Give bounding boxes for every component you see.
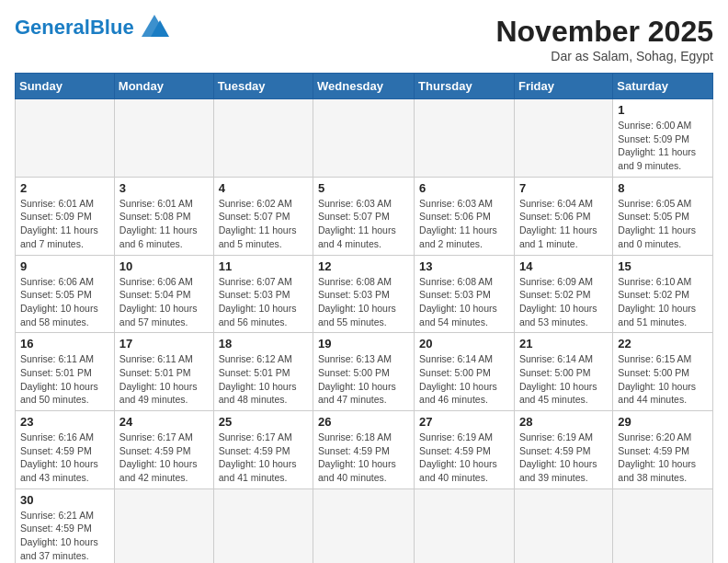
day-info: Sunrise: 6:11 AM Sunset: 5:01 PM Dayligh… (20, 352, 109, 407)
calendar-cell: 10Sunrise: 6:06 AM Sunset: 5:04 PM Dayli… (114, 255, 213, 333)
calendar-cell: 2Sunrise: 6:01 AM Sunset: 5:09 PM Daylig… (16, 177, 115, 255)
calendar-table: SundayMondayTuesdayWednesdayThursdayFrid… (15, 73, 713, 563)
weekday-header-friday: Friday (514, 74, 612, 99)
calendar-cell (114, 488, 213, 563)
calendar-cell: 20Sunrise: 6:14 AM Sunset: 5:00 PM Dayli… (415, 333, 515, 411)
calendar-cell: 9Sunrise: 6:06 AM Sunset: 5:05 PM Daylig… (16, 255, 115, 333)
day-info: Sunrise: 6:21 AM Sunset: 4:59 PM Dayligh… (20, 509, 109, 563)
day-info: Sunrise: 6:11 AM Sunset: 5:01 PM Dayligh… (119, 352, 209, 407)
calendar-cell (514, 488, 612, 563)
weekday-header-monday: Monday (114, 74, 213, 99)
day-info: Sunrise: 6:17 AM Sunset: 4:59 PM Dayligh… (219, 431, 308, 485)
day-number: 23 (20, 415, 109, 429)
weekday-header-tuesday: Tuesday (213, 74, 313, 99)
day-info: Sunrise: 6:13 AM Sunset: 5:00 PM Dayligh… (318, 352, 409, 407)
calendar-cell: 15Sunrise: 6:10 AM Sunset: 5:02 PM Dayli… (613, 255, 713, 333)
day-info: Sunrise: 6:14 AM Sunset: 5:00 PM Dayligh… (519, 352, 608, 407)
calendar-week-row: 16Sunrise: 6:11 AM Sunset: 5:01 PM Dayli… (16, 333, 713, 411)
calendar-cell: 11Sunrise: 6:07 AM Sunset: 5:03 PM Dayli… (213, 255, 313, 333)
calendar-cell: 6Sunrise: 6:03 AM Sunset: 5:06 PM Daylig… (415, 177, 515, 255)
calendar-cell: 26Sunrise: 6:18 AM Sunset: 4:59 PM Dayli… (313, 411, 415, 489)
day-number: 5 (318, 181, 409, 195)
day-info: Sunrise: 6:14 AM Sunset: 5:00 PM Dayligh… (419, 352, 509, 407)
day-number: 18 (219, 337, 308, 350)
calendar-cell: 16Sunrise: 6:11 AM Sunset: 5:01 PM Dayli… (16, 333, 115, 411)
weekday-header-thursday: Thursday (415, 74, 515, 99)
calendar-cell (415, 99, 515, 178)
day-number: 1 (618, 103, 708, 117)
day-info: Sunrise: 6:07 AM Sunset: 5:03 PM Dayligh… (219, 275, 308, 329)
calendar-week-row: 9Sunrise: 6:06 AM Sunset: 5:05 PM Daylig… (16, 255, 713, 333)
calendar-cell: 25Sunrise: 6:17 AM Sunset: 4:59 PM Dayli… (213, 411, 313, 489)
day-number: 22 (618, 337, 708, 350)
calendar-cell: 23Sunrise: 6:16 AM Sunset: 4:59 PM Dayli… (16, 411, 115, 489)
day-info: Sunrise: 6:06 AM Sunset: 5:04 PM Dayligh… (119, 275, 209, 329)
calendar-cell: 18Sunrise: 6:12 AM Sunset: 5:01 PM Dayli… (213, 333, 313, 411)
day-number: 17 (119, 337, 209, 350)
day-info: Sunrise: 6:03 AM Sunset: 5:07 PM Dayligh… (318, 197, 409, 251)
day-number: 28 (519, 415, 608, 429)
calendar-cell: 29Sunrise: 6:20 AM Sunset: 4:59 PM Dayli… (613, 411, 713, 489)
day-info: Sunrise: 6:01 AM Sunset: 5:08 PM Dayligh… (119, 197, 209, 251)
calendar-week-row: 30Sunrise: 6:21 AM Sunset: 4:59 PM Dayli… (16, 488, 713, 563)
calendar-cell: 21Sunrise: 6:14 AM Sunset: 5:00 PM Dayli… (514, 333, 612, 411)
day-info: Sunrise: 6:06 AM Sunset: 5:05 PM Dayligh… (20, 275, 109, 329)
day-number: 24 (119, 415, 209, 429)
calendar-cell: 30Sunrise: 6:21 AM Sunset: 4:59 PM Dayli… (16, 488, 115, 563)
calendar-week-row: 2Sunrise: 6:01 AM Sunset: 5:09 PM Daylig… (16, 177, 713, 255)
weekday-header-row: SundayMondayTuesdayWednesdayThursdayFrid… (16, 74, 713, 99)
calendar-cell (514, 99, 612, 178)
day-info: Sunrise: 6:18 AM Sunset: 4:59 PM Dayligh… (318, 431, 409, 485)
calendar-cell: 8Sunrise: 6:05 AM Sunset: 5:05 PM Daylig… (613, 177, 713, 255)
calendar-cell (213, 99, 313, 178)
calendar-cell (613, 488, 713, 563)
calendar-cell (213, 488, 313, 563)
calendar-cell: 13Sunrise: 6:08 AM Sunset: 5:03 PM Dayli… (415, 255, 515, 333)
day-info: Sunrise: 6:00 AM Sunset: 5:09 PM Dayligh… (618, 119, 708, 173)
day-number: 29 (618, 415, 708, 429)
weekday-header-saturday: Saturday (613, 74, 713, 99)
day-number: 25 (219, 415, 308, 429)
day-number: 12 (318, 259, 409, 273)
day-number: 15 (618, 259, 708, 273)
calendar-cell: 5Sunrise: 6:03 AM Sunset: 5:07 PM Daylig… (313, 177, 415, 255)
calendar-cell (313, 488, 415, 563)
calendar-cell: 1Sunrise: 6:00 AM Sunset: 5:09 PM Daylig… (613, 99, 713, 178)
day-number: 4 (219, 181, 308, 195)
calendar-cell: 27Sunrise: 6:19 AM Sunset: 4:59 PM Dayli… (415, 411, 515, 489)
weekday-header-wednesday: Wednesday (313, 74, 415, 99)
header: GeneralBlue November 2025 Dar as Salam, … (15, 15, 713, 63)
day-number: 20 (419, 337, 509, 350)
day-info: Sunrise: 6:02 AM Sunset: 5:07 PM Dayligh… (219, 197, 308, 251)
location-title: Dar as Salam, Sohag, Egypt (495, 49, 713, 63)
calendar-cell: 4Sunrise: 6:02 AM Sunset: 5:07 PM Daylig… (213, 177, 313, 255)
day-number: 10 (119, 259, 209, 273)
calendar-cell (313, 99, 415, 178)
calendar-cell (415, 488, 515, 563)
day-number: 3 (119, 181, 209, 195)
day-info: Sunrise: 6:08 AM Sunset: 5:03 PM Dayligh… (419, 275, 509, 329)
day-number: 26 (318, 415, 409, 429)
day-number: 11 (219, 259, 308, 273)
day-number: 30 (20, 493, 109, 507)
day-info: Sunrise: 6:03 AM Sunset: 5:06 PM Dayligh… (419, 197, 509, 251)
day-info: Sunrise: 6:20 AM Sunset: 4:59 PM Dayligh… (618, 431, 708, 485)
day-info: Sunrise: 6:15 AM Sunset: 5:00 PM Dayligh… (618, 352, 708, 407)
day-number: 21 (519, 337, 608, 350)
calendar-week-row: 23Sunrise: 6:16 AM Sunset: 4:59 PM Dayli… (16, 411, 713, 489)
day-info: Sunrise: 6:16 AM Sunset: 4:59 PM Dayligh… (20, 431, 109, 485)
day-info: Sunrise: 6:08 AM Sunset: 5:03 PM Dayligh… (318, 275, 409, 329)
weekday-header-sunday: Sunday (16, 74, 115, 99)
day-number: 8 (618, 181, 708, 195)
day-info: Sunrise: 6:12 AM Sunset: 5:01 PM Dayligh… (219, 352, 308, 407)
day-number: 19 (318, 337, 409, 350)
calendar-cell: 7Sunrise: 6:04 AM Sunset: 5:06 PM Daylig… (514, 177, 612, 255)
day-info: Sunrise: 6:01 AM Sunset: 5:09 PM Dayligh… (20, 197, 109, 251)
day-info: Sunrise: 6:04 AM Sunset: 5:06 PM Dayligh… (519, 197, 608, 251)
month-title: November 2025 (495, 15, 713, 49)
day-number: 14 (519, 259, 608, 273)
calendar-cell: 17Sunrise: 6:11 AM Sunset: 5:01 PM Dayli… (114, 333, 213, 411)
day-number: 2 (20, 181, 109, 195)
day-info: Sunrise: 6:09 AM Sunset: 5:02 PM Dayligh… (519, 275, 608, 329)
calendar-cell: 12Sunrise: 6:08 AM Sunset: 5:03 PM Dayli… (313, 255, 415, 333)
